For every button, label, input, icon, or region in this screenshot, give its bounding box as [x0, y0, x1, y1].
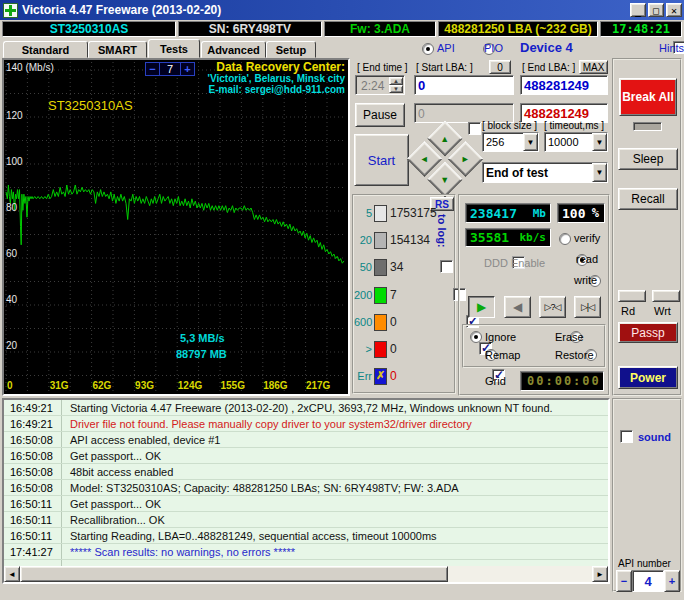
pause-button[interactable]: Pause	[355, 103, 405, 127]
tab-standard[interactable]: Standard	[3, 41, 88, 58]
drive-info-bar: ST3250310AS SN: 6RY498TV Fw: 3.ADA 48828…	[0, 20, 684, 39]
counter-label: >	[354, 343, 372, 355]
mb-done-display: 238417 Mb	[465, 203, 551, 223]
log-row: 16:50:08API access enabled, device #1	[4, 432, 608, 448]
recall-button[interactable]: Recall	[618, 188, 678, 210]
percent-value: 100	[562, 206, 585, 221]
mb-done-unit: Mb	[533, 207, 546, 220]
end-lba-input[interactable]: 488281249	[520, 75, 608, 95]
api-radio[interactable]	[422, 43, 434, 55]
sleep-button[interactable]: Sleep	[618, 148, 678, 170]
scrollbar-thumb[interactable]	[20, 566, 448, 582]
y-axis-top-label: 140 (Mb/s)	[6, 62, 54, 73]
counter-label: Err	[354, 370, 372, 382]
start-button[interactable]: Start	[354, 134, 409, 186]
scroll-right-button[interactable]: ►	[592, 566, 608, 582]
bottom-right-panel: sound API number − 4 +	[612, 398, 682, 592]
end-time-up-button[interactable]: ▲	[389, 77, 403, 85]
title-bar: Victoria 4.47 Freeware (2013-02-20) _ □ …	[0, 0, 684, 20]
timeout-dropdown-arrow[interactable]: ▼	[592, 133, 607, 151]
end-lba-max-button[interactable]: MAX	[579, 60, 608, 74]
graph-current-speed: 5,3 MB/s	[180, 332, 225, 344]
counter-label: 200	[354, 289, 372, 301]
scroll-left-button[interactable]: ◄	[4, 566, 20, 582]
hints-checkbox-label: Hints	[659, 42, 684, 54]
app-icon	[3, 3, 18, 18]
log-time: 16:50:11	[4, 496, 62, 511]
to-log-checkbox-50[interactable]	[440, 260, 453, 273]
maximize-button[interactable]: □	[648, 3, 664, 17]
test-control-panel: [ End time ] [ Start LBA: ] 0 [ End LBA:…	[352, 58, 610, 396]
graph-zoom-minus-button[interactable]: −	[146, 63, 159, 75]
banner-line-3: E-mail: sergei@hdd-911.com	[208, 84, 345, 95]
current-lba-value: 0	[418, 107, 425, 121]
counter-value: 1753175	[390, 206, 437, 220]
log-message: Recallibration... OK	[62, 514, 165, 526]
clock-text: 17:48:21	[612, 22, 670, 36]
speed-display: 35581 kb/s	[465, 228, 551, 247]
read-activity-indicator	[618, 290, 646, 302]
graph-zoom-plus-button[interactable]: +	[181, 63, 194, 75]
timeout-dropdown[interactable]: 10000 ▼	[544, 132, 608, 152]
seek-checkbox[interactable]	[468, 122, 481, 135]
log-time: 16:50:11	[4, 512, 62, 527]
x-axis-label: 0	[7, 380, 13, 391]
start-lba-input[interactable]: 0	[414, 75, 514, 95]
block-size-value: 256	[483, 136, 523, 148]
start-lba-zero-button[interactable]: 0	[489, 60, 511, 74]
x-axis-label: 217G	[306, 380, 330, 391]
end-time-down-button[interactable]: ▼	[389, 85, 403, 93]
percent-unit: %	[592, 206, 599, 220]
tab-advanced[interactable]: Advanced	[201, 41, 266, 58]
log-time: 16:50:08	[4, 432, 62, 447]
api-number-plus-button[interactable]: +	[664, 570, 680, 592]
tab-smart[interactable]: SMART	[88, 41, 147, 58]
sound-checkbox[interactable]	[620, 430, 633, 443]
tab-tests[interactable]: Tests	[148, 39, 200, 58]
log-time: 16:50:08	[4, 480, 62, 495]
log-time: 16:50:08	[4, 448, 62, 463]
power-button[interactable]: Power	[618, 366, 678, 389]
log-time: 16:50:11	[4, 528, 62, 543]
tab-row: StandardSMARTTestsAdvancedSetup API PIO …	[0, 39, 684, 58]
counter-color-block	[374, 314, 387, 331]
elapsed-timer-display: 00:00:00	[520, 371, 604, 391]
status-group: 238417 Mb 100 % 35581 kb/s verify read w…	[458, 194, 610, 396]
mode-verify-radio[interactable]	[559, 233, 571, 245]
to-end-button[interactable]: ▷|◁	[574, 296, 601, 318]
drive-firmware-text: Fw: 3.ADA	[350, 22, 410, 36]
passport-button[interactable]: Passp	[618, 322, 678, 343]
tab-setup[interactable]: Setup	[266, 41, 316, 58]
block-size-dropdown[interactable]: 256 ▼	[482, 132, 539, 152]
counter-row-20: 20154134	[354, 231, 454, 249]
block-size-dropdown-arrow[interactable]: ▼	[523, 133, 538, 151]
end-time-spinner[interactable]: 2:24 ▲ ▼	[355, 75, 405, 95]
counter-color-block	[374, 341, 387, 358]
y-axis-label: 60	[6, 248, 17, 259]
step-back-button[interactable]: ◀	[504, 296, 531, 318]
play-button[interactable]: ▶	[468, 296, 495, 318]
api-radio-label: API	[437, 42, 455, 54]
skip-button[interactable]: ▷?◁	[539, 296, 566, 318]
counter-row-Err: Err✗0	[354, 367, 454, 385]
log-row: 16:50:11Starting Reading, LBA=0..4882812…	[4, 528, 608, 544]
api-number-field[interactable]: 4	[632, 570, 664, 592]
counter-color-block	[374, 287, 387, 304]
api-number-minus-button[interactable]: −	[616, 570, 632, 592]
percent-display: 100 %	[557, 203, 605, 223]
minimize-button[interactable]: _	[630, 3, 646, 17]
counter-color-block	[374, 205, 387, 222]
log-message: Starting Victoria 4.47 Freeware (2013-02…	[62, 402, 553, 414]
policy-ignore-radio[interactable]	[470, 331, 482, 343]
y-axis-label: 80	[6, 202, 17, 213]
counter-row-50: 5034	[354, 258, 454, 276]
end-lba-mirror-value: 488281249	[524, 106, 589, 121]
break-all-button[interactable]: Break All	[619, 78, 677, 116]
log-horizontal-scrollbar[interactable]: ◄ ►	[4, 566, 608, 582]
end-action-dropdown[interactable]: End of test ▼	[482, 162, 608, 183]
counter-color-block	[374, 232, 387, 249]
log-row: 16:50:08Model: ST3250310AS; Capacity: 48…	[4, 480, 608, 496]
end-action-dropdown-arrow[interactable]: ▼	[592, 163, 607, 182]
close-button[interactable]: ✕	[666, 3, 682, 17]
timeout-value: 10000	[545, 136, 592, 148]
